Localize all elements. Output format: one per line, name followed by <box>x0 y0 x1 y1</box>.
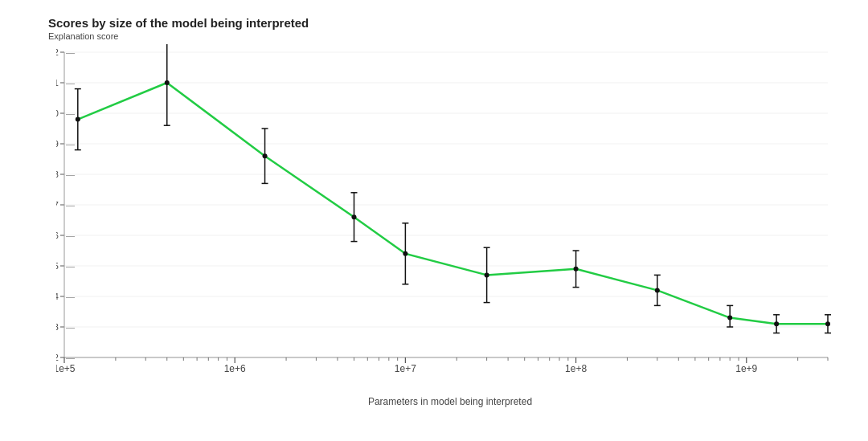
svg-text:0.12: 0.12 <box>56 47 59 57</box>
svg-text:—: — <box>66 78 75 88</box>
svg-text:1e+8: 1e+8 <box>565 363 587 374</box>
chart-svg: 0.02—0.03—0.04—0.05—0.06—0.07—0.08—0.09—… <box>56 44 844 390</box>
svg-text:0.07: 0.07 <box>56 200 59 210</box>
svg-text:—: — <box>66 169 75 179</box>
svg-point-133 <box>825 321 830 326</box>
svg-point-129 <box>774 321 779 326</box>
svg-text:0.08: 0.08 <box>56 169 59 179</box>
svg-text:—: — <box>66 231 75 240</box>
x-axis-label: Parameters in model being interpreted <box>56 396 844 407</box>
svg-point-113 <box>485 272 489 277</box>
chart-title: Scores by size of the model being interp… <box>48 16 844 30</box>
svg-text:—: — <box>66 47 75 57</box>
svg-point-105 <box>352 214 357 219</box>
svg-text:—: — <box>66 292 75 301</box>
svg-point-101 <box>263 153 268 158</box>
svg-text:0.03: 0.03 <box>56 322 59 332</box>
svg-point-109 <box>403 251 407 256</box>
svg-text:1e+5: 1e+5 <box>56 363 76 374</box>
chart-container: Scores by size of the model being interp… <box>0 0 868 441</box>
svg-text:1e+7: 1e+7 <box>395 363 416 374</box>
svg-text:—: — <box>66 139 75 149</box>
svg-point-93 <box>76 117 80 122</box>
svg-point-125 <box>727 316 732 321</box>
svg-text:0.05: 0.05 <box>56 261 59 271</box>
svg-point-121 <box>655 288 660 292</box>
svg-text:0.04: 0.04 <box>56 292 59 301</box>
svg-text:—: — <box>66 108 75 118</box>
svg-point-97 <box>165 80 170 85</box>
svg-text:0.09: 0.09 <box>56 139 59 149</box>
svg-text:1e+6: 1e+6 <box>224 363 246 374</box>
svg-text:0.11: 0.11 <box>56 78 59 88</box>
svg-text:—: — <box>66 322 75 332</box>
svg-text:0.02: 0.02 <box>56 353 59 362</box>
svg-text:0.10: 0.10 <box>56 108 59 118</box>
svg-text:—: — <box>66 200 75 210</box>
svg-text:—: — <box>66 261 75 271</box>
y-axis-label: Explanation score <box>48 31 844 41</box>
svg-point-117 <box>574 267 579 272</box>
chart-area: 0.02—0.03—0.04—0.05—0.06—0.07—0.08—0.09—… <box>56 44 844 390</box>
svg-text:1e+9: 1e+9 <box>735 363 757 374</box>
svg-text:0.06: 0.06 <box>56 231 59 240</box>
